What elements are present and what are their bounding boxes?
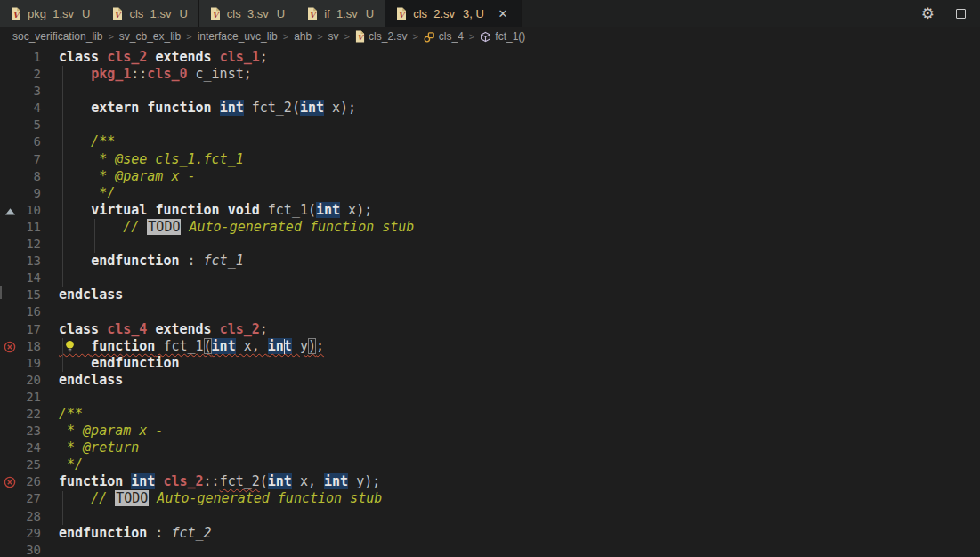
code-area[interactable]: 1class cls_2 extends cls_1;2 pkg_1::cls_… <box>0 49 980 557</box>
code-token: endfunction <box>91 355 179 371</box>
gutter-icon-slot <box>0 440 20 456</box>
line-number[interactable]: 16 <box>20 303 41 320</box>
breadcrumb-item-sv[interactable]: sv <box>328 30 339 43</box>
code-text <box>59 542 980 557</box>
breadcrumb-item-sv_cb_ex_lib[interactable]: sv_cb_ex_lib <box>119 30 181 43</box>
code-line[interactable]: 12 <box>0 236 980 253</box>
code-line[interactable]: 2 pkg_1::cls_0 c_inst; <box>0 66 980 83</box>
tab-pkg_1.sv[interactable]: Vpkg_1.svU <box>0 0 101 27</box>
code-token: * @return <box>59 440 139 456</box>
breadcrumb-item-ahb[interactable]: ahb <box>294 30 312 43</box>
code-token <box>59 100 91 116</box>
code-token: : <box>147 525 171 541</box>
line-number[interactable]: 26 <box>20 473 41 490</box>
line-number[interactable]: 6 <box>20 133 41 150</box>
code-line[interactable]: 6 /** <box>0 133 980 150</box>
code-line[interactable]: 27 // TODO Auto-generated function stub <box>0 490 980 507</box>
line-number[interactable]: 12 <box>20 236 41 253</box>
line-number[interactable]: 5 <box>20 117 41 133</box>
line-number[interactable]: 19 <box>20 355 41 372</box>
code-line[interactable]: 4 extern function int fct_2(int x); <box>0 100 980 117</box>
code-line[interactable]: 21 <box>0 389 980 406</box>
line-number[interactable]: 18 <box>20 338 41 355</box>
code-text <box>59 117 980 133</box>
code-line[interactable]: 19 endfunction <box>0 355 980 372</box>
line-number[interactable]: 2 <box>20 66 41 83</box>
code-line[interactable]: 29endfunction : fct_2 <box>0 525 980 542</box>
code-line[interactable]: 3 <box>0 83 980 100</box>
breadcrumb-item-interface_uvc_lib[interactable]: interface_uvc_lib <box>198 30 278 43</box>
line-number[interactable]: 30 <box>20 542 41 557</box>
layout-square-icon[interactable] <box>956 9 966 19</box>
line-number[interactable]: 28 <box>20 508 41 525</box>
code-line[interactable]: 20endclass <box>0 372 980 389</box>
breadcrumb-item-soc_verification_lib[interactable]: soc_verification_lib <box>12 30 102 43</box>
code-text: // TODO Auto-generated function stub <box>59 490 980 507</box>
code-text <box>59 389 980 406</box>
gutter-icon-slot <box>0 508 20 525</box>
line-number[interactable]: 1 <box>20 49 41 66</box>
code-token: fct_2 <box>220 473 260 489</box>
code-line[interactable]: 25 */ <box>0 456 980 473</box>
tab-label: cls_2.sv <box>413 7 455 20</box>
line-number[interactable]: 10 <box>20 202 41 219</box>
tab-cls_3.sv[interactable]: Vcls_3.svU <box>199 0 296 27</box>
code-token: // <box>91 490 115 506</box>
code-line[interactable]: 13 endfunction : fct_1 <box>0 253 980 270</box>
code-line[interactable]: 10 virtual function void fct_1(int x); <box>0 202 980 219</box>
code-line[interactable]: 11 // TODO Auto-generated function stub <box>0 219 980 236</box>
gutter-icon-slot <box>0 525 20 542</box>
code-line[interactable]: 17class cls_4 extends cls_2; <box>0 321 980 338</box>
code-text: function fct_1(int x, int y); <box>59 338 980 355</box>
line-number[interactable]: 17 <box>20 321 41 338</box>
code-line[interactable]: 18 function fct_1(int x, int y); <box>0 338 980 355</box>
breadcrumb-item-cls_2sv[interactable]: Vcls_2.sv <box>355 30 407 43</box>
code-text: /** <box>59 133 980 150</box>
code-line[interactable]: 22/** <box>0 406 980 423</box>
breadcrumb-item-fct_1[interactable]: fct_1() <box>480 30 525 43</box>
code-line[interactable]: 26function int cls_2::fct_2(int x, int y… <box>0 473 980 490</box>
code-text: function int cls_2::fct_2(int x, int y); <box>59 473 980 490</box>
line-number[interactable]: 24 <box>20 440 41 456</box>
breadcrumb-item-cls_4[interactable]: cls_4 <box>424 30 464 43</box>
gutter-icon-slot <box>0 168 20 185</box>
code-line[interactable]: 8 * @param x - <box>0 168 980 185</box>
line-number[interactable]: 8 <box>20 168 41 185</box>
line-number[interactable]: 14 <box>20 270 41 287</box>
line-number[interactable]: 20 <box>20 372 41 389</box>
line-number[interactable]: 4 <box>20 100 41 117</box>
code-line[interactable]: 30 <box>0 542 980 557</box>
code-line[interactable]: 14 <box>0 270 980 287</box>
line-number[interactable]: 25 <box>20 456 41 473</box>
line-number[interactable]: 3 <box>20 83 41 100</box>
line-number[interactable]: 22 <box>20 406 41 423</box>
line-number[interactable]: 15 <box>20 287 41 303</box>
code-text: extern function int fct_2(int x); <box>59 100 980 117</box>
line-number[interactable]: 21 <box>20 389 41 406</box>
tab-close-icon[interactable]: ✕ <box>496 7 510 20</box>
code-line[interactable]: 16 <box>0 303 980 320</box>
code-token <box>59 253 91 269</box>
code-text: endclass <box>59 372 980 389</box>
settings-gear-icon[interactable]: ⚙ <box>921 6 935 21</box>
line-number[interactable]: 11 <box>20 219 41 236</box>
line-number[interactable]: 29 <box>20 525 41 542</box>
line-number[interactable]: 7 <box>20 151 41 168</box>
line-number[interactable]: 27 <box>20 490 41 507</box>
code-line[interactable]: 7 * @see cls_1.fct_1 <box>0 151 980 168</box>
tab-cls_1.sv[interactable]: Vcls_1.svU <box>101 0 198 27</box>
code-line[interactable]: 5 <box>0 117 980 133</box>
code-line[interactable]: 24 * @return <box>0 440 980 456</box>
breadcrumb-label: soc_verification_lib <box>12 30 102 43</box>
line-number[interactable]: 9 <box>20 185 41 202</box>
tab-if_1.sv[interactable]: Vif_1.svU <box>296 0 385 27</box>
code-line[interactable]: 28 <box>0 508 980 525</box>
code-line[interactable]: 9 */ <box>0 185 980 202</box>
line-number[interactable]: 13 <box>20 253 41 270</box>
code-line[interactable]: 15endclass <box>0 287 980 303</box>
code-line[interactable]: 23 * @param x - <box>0 423 980 440</box>
tab-cls_2.sv[interactable]: Vcls_2.sv3, U✕ <box>385 0 522 27</box>
line-number[interactable]: 23 <box>20 423 41 440</box>
code-line[interactable]: 1class cls_2 extends cls_1; <box>0 49 980 66</box>
gutter-icon-slot <box>0 372 20 389</box>
